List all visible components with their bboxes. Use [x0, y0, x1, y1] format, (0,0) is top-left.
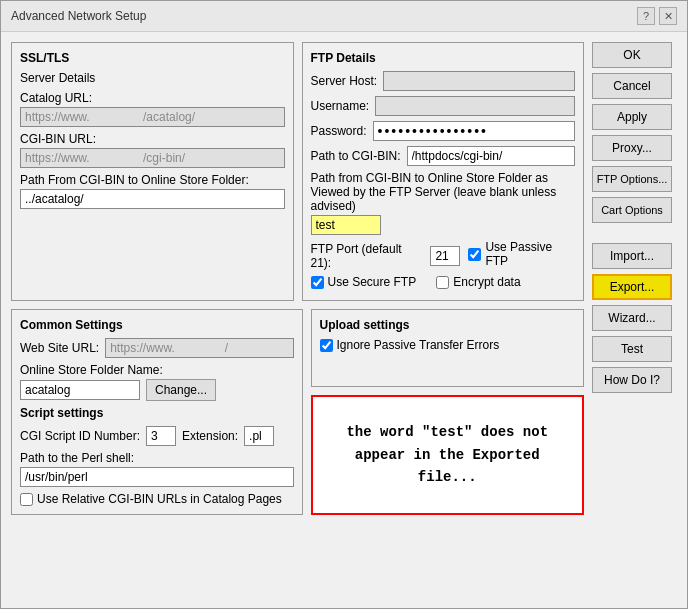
- path-from-cgi-label: Path from CGI-BIN to Online Store Folder…: [311, 171, 576, 213]
- path-cgi-input[interactable]: [407, 146, 575, 166]
- catalog-url-input[interactable]: [20, 107, 285, 127]
- use-secure-ftp-row: Use Secure FTP: [311, 275, 417, 289]
- online-folder-label: Online Store Folder Name:: [20, 363, 294, 377]
- help-button[interactable]: ?: [637, 7, 655, 25]
- username-input[interactable]: [375, 96, 575, 116]
- ignore-passive-label: Ignore Passive Transfer Errors: [337, 338, 500, 352]
- encrypt-data-checkbox[interactable]: [436, 276, 449, 289]
- catalog-url-label: Catalog URL:: [20, 91, 285, 105]
- server-host-input[interactable]: [383, 71, 575, 91]
- extension-label: Extension:: [182, 429, 238, 443]
- title-bar-controls: ? ✕: [637, 7, 677, 25]
- cart-options-button[interactable]: Cart Options: [592, 197, 672, 223]
- path-input[interactable]: [20, 189, 285, 209]
- relative-url-checkbox[interactable]: [20, 493, 33, 506]
- path-label: Path From CGI-BIN to Online Store Folder…: [20, 173, 285, 187]
- cancel-button[interactable]: Cancel: [592, 73, 672, 99]
- use-passive-ftp-checkbox[interactable]: [468, 248, 481, 261]
- close-button[interactable]: ✕: [659, 7, 677, 25]
- cgi-url-input[interactable]: [20, 148, 285, 168]
- cgi-url-label: CGI-BIN URL:: [20, 132, 285, 146]
- ignore-passive-row: Ignore Passive Transfer Errors: [320, 338, 576, 352]
- export-button[interactable]: Export...: [592, 274, 672, 300]
- ssl-section: SSL/TLS Server Details Catalog URL: CGI-…: [11, 42, 294, 301]
- online-folder-row: Online Store Folder Name: Change...: [20, 363, 294, 401]
- cgi-id-input[interactable]: [146, 426, 176, 446]
- ftp-port-label: FTP Port (default 21):: [311, 242, 423, 270]
- username-label: Username:: [311, 99, 370, 113]
- ftp-title: FTP Details: [311, 51, 576, 65]
- path-cgi-row: Path to CGI-BIN:: [311, 146, 576, 166]
- btn-spacer-1: [592, 228, 677, 238]
- main-content: SSL/TLS Server Details Catalog URL: CGI-…: [11, 42, 584, 598]
- top-row: SSL/TLS Server Details Catalog URL: CGI-…: [11, 42, 584, 301]
- upload-title: Upload settings: [320, 318, 576, 332]
- website-url-label: Web Site URL:: [20, 341, 99, 355]
- extension-input[interactable]: [244, 426, 274, 446]
- change-button[interactable]: Change...: [146, 379, 216, 401]
- import-button[interactable]: Import...: [592, 243, 672, 269]
- ok-button[interactable]: OK: [592, 42, 672, 68]
- title-bar-left: Advanced Network Setup: [11, 9, 146, 23]
- username-row: Username:: [311, 96, 576, 116]
- common-title: Common Settings: [20, 318, 294, 332]
- use-secure-ftp-label: Use Secure FTP: [328, 275, 417, 289]
- bottom-row: Common Settings Web Site URL: Online Sto…: [11, 309, 584, 515]
- website-url-input[interactable]: [105, 338, 293, 358]
- relative-url-label: Use Relative CGI-BIN URLs in Catalog Pag…: [37, 492, 282, 506]
- encrypt-data-row: Encrypt data: [436, 275, 520, 289]
- password-input[interactable]: [373, 121, 575, 141]
- ftp-port-input[interactable]: [430, 246, 460, 266]
- perl-path-input[interactable]: [20, 467, 294, 487]
- catalog-url-row: Catalog URL:: [20, 91, 285, 127]
- wizard-button[interactable]: Wizard...: [592, 305, 672, 331]
- cgi-id-label: CGI Script ID Number:: [20, 429, 140, 443]
- ftp-options-row: Use Secure FTP Encrypt data: [311, 275, 576, 292]
- use-secure-ftp-checkbox[interactable]: [311, 276, 324, 289]
- path-from-cgi-input[interactable]: [311, 215, 381, 235]
- script-settings-label: Script settings: [20, 406, 294, 420]
- ftp-options-button[interactable]: FTP Options...: [592, 166, 672, 192]
- message-box: the word "test" does notappear in the Ex…: [311, 395, 585, 515]
- server-host-row: Server Host:: [311, 71, 576, 91]
- encrypt-data-label: Encrypt data: [453, 275, 520, 289]
- dialog-title: Advanced Network Setup: [11, 9, 146, 23]
- online-folder-input[interactable]: [20, 380, 140, 400]
- sidebar: OK Cancel Apply Proxy... FTP Options... …: [592, 42, 677, 598]
- password-label: Password:: [311, 124, 367, 138]
- perl-path-row: Path to the Perl shell:: [20, 451, 294, 487]
- use-passive-ftp-label: Use Passive FTP: [485, 240, 575, 268]
- ssl-title: SSL/TLS: [20, 51, 285, 65]
- path-cgi-label: Path to CGI-BIN:: [311, 149, 401, 163]
- advanced-network-setup-dialog: Advanced Network Setup ? ✕ SSL/TLS Serve…: [0, 0, 688, 609]
- proxy-button[interactable]: Proxy...: [592, 135, 672, 161]
- cgi-url-row: CGI-BIN URL:: [20, 132, 285, 168]
- server-host-label: Server Host:: [311, 74, 378, 88]
- relative-url-row: Use Relative CGI-BIN URLs in Catalog Pag…: [20, 492, 294, 506]
- upload-section: Upload settings Ignore Passive Transfer …: [311, 309, 585, 387]
- path-row: Path From CGI-BIN to Online Store Folder…: [20, 173, 285, 209]
- message-text: the word "test" does notappear in the Ex…: [346, 421, 548, 488]
- test-button[interactable]: Test: [592, 336, 672, 362]
- dialog-body: SSL/TLS Server Details Catalog URL: CGI-…: [1, 32, 687, 608]
- right-bottom: Upload settings Ignore Passive Transfer …: [311, 309, 585, 515]
- ftp-section: FTP Details Server Host: Username: Passw…: [302, 42, 585, 301]
- path-from-cgi-row: Path from CGI-BIN to Online Store Folder…: [311, 171, 576, 235]
- ftp-port-row: FTP Port (default 21): Use Passive FTP: [311, 240, 576, 271]
- ignore-passive-checkbox[interactable]: [320, 339, 333, 352]
- password-row: Password:: [311, 121, 576, 141]
- website-url-row: Web Site URL:: [20, 338, 294, 358]
- cgi-id-row: CGI Script ID Number: Extension:: [20, 426, 294, 446]
- how-do-i-button[interactable]: How Do I?: [592, 367, 672, 393]
- title-bar: Advanced Network Setup ? ✕: [1, 1, 687, 32]
- use-passive-ftp-row: Use Passive FTP: [468, 240, 575, 268]
- apply-button[interactable]: Apply: [592, 104, 672, 130]
- server-details-label: Server Details: [20, 71, 285, 85]
- perl-path-label: Path to the Perl shell:: [20, 451, 294, 465]
- common-section: Common Settings Web Site URL: Online Sto…: [11, 309, 303, 515]
